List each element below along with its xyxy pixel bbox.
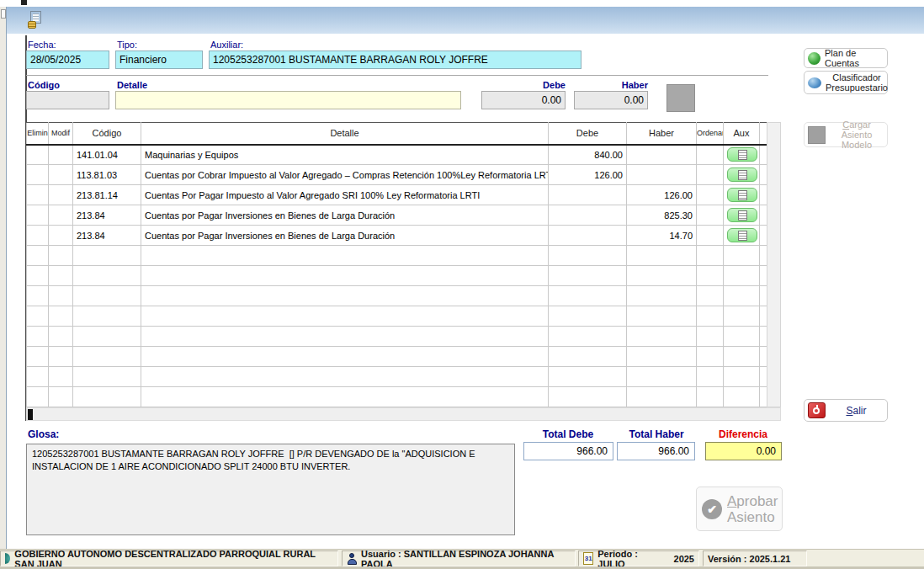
fecha-field[interactable]: 28/05/2025	[26, 51, 109, 69]
empty-row[interactable]	[27, 387, 767, 407]
empty-row[interactable]	[27, 327, 767, 347]
check-circle-icon: ✔	[702, 499, 722, 519]
empty-row[interactable]	[27, 367, 767, 387]
col-modif: Modif	[49, 123, 73, 145]
aprobar-label: Aprobar Asiento	[727, 493, 778, 525]
col-ordenar: Ordenar	[697, 123, 724, 145]
grid-vertical-scrollbar[interactable]	[767, 122, 781, 407]
aux-document-button[interactable]	[727, 168, 757, 182]
window-title-fragment	[21, 0, 27, 5]
statusbar-usuario: Usuario : SANTILLAN ESPINOZA JOHANNA PAO…	[342, 550, 576, 566]
salir-label: Salir	[826, 405, 887, 417]
glosa-textarea[interactable]: 1205253287001 BUSTAMANTE BARRAGAN ROLY J…	[26, 444, 515, 535]
total-debe-label: Total Debe	[522, 428, 614, 440]
section-divider	[26, 75, 768, 76]
tipo-field[interactable]: Financiero	[115, 51, 203, 69]
diferencia-label: Diferencia	[697, 428, 789, 440]
entries-grid: Elimin Modif Código Detalle Debe Haber O…	[26, 122, 767, 407]
plan-de-cuentas-label: Plan de Cuentas	[825, 48, 884, 68]
auxiliar-label: Auxiliar:	[210, 40, 243, 50]
cell-detalle[interactable]: Maquinarias y Equipos	[141, 145, 549, 165]
desktop-top-strip	[0, 0, 924, 7]
col-elimin: Elimin	[27, 123, 49, 145]
cell-codigo[interactable]: 213.84	[73, 205, 141, 226]
aprobar-asiento-button[interactable]: ✔ Aprobar Asiento	[696, 487, 783, 531]
col-codigo: Código	[73, 123, 141, 145]
cargar-asiento-modelo-button[interactable]: Cargar Asiento Modelo	[804, 122, 888, 147]
empty-row[interactable]	[27, 266, 767, 286]
empty-row[interactable]	[27, 347, 767, 367]
green-sphere-icon	[808, 52, 820, 65]
aux-document-button[interactable]	[727, 228, 757, 242]
table-row[interactable]: 213.84 Cuentas por Pagar Inversiones en …	[27, 205, 767, 226]
total-haber-label: Total Haber	[610, 428, 703, 440]
tipo-label: Tipo:	[117, 40, 137, 50]
salir-button[interactable]: Salir	[804, 399, 888, 422]
col-haber: Haber	[627, 123, 697, 145]
calendar-icon: 31	[583, 552, 593, 565]
statusbar-version: Versión : 2025.1.21	[703, 550, 807, 566]
cell-detalle[interactable]: Cuentas por Pagar Inversiones en Bienes …	[141, 226, 549, 246]
cell-detalle[interactable]: Cuentas por Cobrar Impuesto al Valor Agr…	[141, 165, 549, 185]
cell-codigo[interactable]: 113.81.03	[73, 165, 141, 185]
blank-gray-button[interactable]	[666, 84, 695, 112]
app-window: Fecha: 28/05/2025 Tipo: Financiero Auxil…	[0, 0, 924, 569]
table-row[interactable]: 113.81.03 Cuentas por Cobrar Impuesto al…	[27, 165, 767, 185]
cell-codigo[interactable]: 213.81.14	[73, 185, 141, 205]
record-pointer	[28, 409, 33, 420]
plan-de-cuentas-button[interactable]: Plan de Cuentas	[804, 48, 888, 68]
total-haber-field: 966.00	[617, 442, 695, 460]
cell-haber[interactable]	[627, 165, 697, 185]
empty-row[interactable]	[27, 306, 767, 327]
table-row[interactable]: 213.84 Cuentas por Pagar Inversiones en …	[27, 226, 767, 246]
diferencia-field: 0.00	[705, 442, 782, 460]
empty-row[interactable]	[27, 246, 767, 266]
document-icon	[738, 150, 747, 160]
status-bar: GOBIERNO AUTONOMO DESCENTRALIZADO PARROQ…	[0, 549, 924, 566]
codigo-field	[26, 91, 109, 109]
col-detalle: Detalle	[141, 123, 549, 145]
cell-debe[interactable]	[549, 205, 627, 226]
col-aux: Aux	[724, 123, 760, 145]
glosa-label: Glosa:	[28, 428, 59, 440]
cell-codigo[interactable]: 141.01.04	[73, 145, 141, 165]
mdi-left-edge	[0, 7, 7, 550]
cell-debe[interactable]: 840.00	[549, 145, 627, 165]
cell-detalle[interactable]: Cuentas Por Pagar Impuesto al Valor Agre…	[141, 185, 549, 205]
mdi-restore-box	[1, 9, 6, 19]
haber-label: Haber	[574, 80, 648, 90]
cell-codigo[interactable]: 213.84	[73, 226, 141, 246]
clasificador-presupuestario-button[interactable]: Clasificador Presupuestario	[804, 71, 888, 94]
gray-square-icon	[808, 126, 826, 144]
aux-document-button[interactable]	[727, 188, 757, 202]
table-row[interactable]: 213.81.14 Cuentas Por Pagar Impuesto al …	[27, 185, 767, 205]
cell-haber[interactable]: 126.00	[627, 185, 697, 205]
statusbar-entity: GOBIERNO AUTONOMO DESCENTRALIZADO PARROQ…	[0, 550, 338, 566]
aux-document-button[interactable]	[727, 208, 757, 222]
document-icon	[738, 210, 747, 221]
haber-field: 0.00	[574, 91, 648, 109]
aux-document-button[interactable]	[727, 147, 757, 162]
grid-horizontal-scrollbar[interactable]	[26, 407, 781, 421]
debe-label: Debe	[481, 80, 566, 90]
detalle-field[interactable]	[115, 91, 461, 109]
col-debe: Debe	[549, 123, 627, 145]
auxiliar-field[interactable]: 1205253287001 BUSTAMANTE BARRAGAN ROLY J…	[209, 51, 581, 69]
cell-haber[interactable]: 825.30	[627, 205, 697, 226]
cell-debe[interactable]	[549, 185, 627, 205]
cell-haber[interactable]	[627, 145, 697, 165]
toolbar	[7, 7, 924, 34]
fecha-label: Fecha:	[28, 40, 56, 50]
cell-debe[interactable]	[549, 226, 627, 246]
cell-haber[interactable]: 14.70	[627, 226, 697, 246]
document-icon	[738, 190, 747, 200]
cell-debe[interactable]: 126.00	[549, 165, 627, 185]
new-entry-document-coins-icon[interactable]	[28, 11, 46, 29]
detalle-label: Detalle	[117, 80, 147, 90]
globe-icon	[5, 553, 10, 564]
empty-row[interactable]	[27, 286, 767, 306]
cell-detalle[interactable]: Cuentas por Pagar Inversiones en Bienes …	[141, 205, 549, 226]
table-row[interactable]: 141.01.04 Maquinarias y Equipos 840.00	[27, 145, 767, 165]
statusbar-periodo: 31 Periodo : JULIO 2025	[578, 550, 699, 566]
document-icon	[738, 170, 747, 180]
